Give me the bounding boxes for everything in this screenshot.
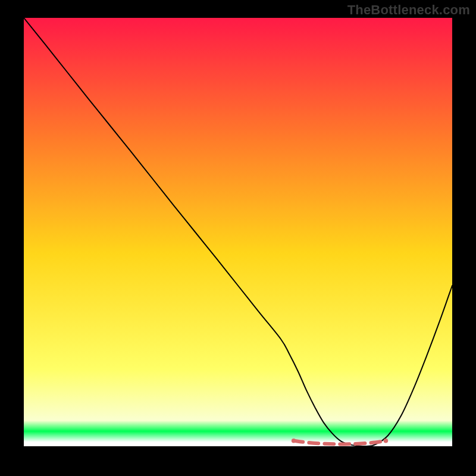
chart-svg <box>24 18 452 446</box>
chart-container: TheBottleneck.com <box>0 0 476 476</box>
series-optimal-band-marker-endcap <box>384 439 389 443</box>
watermark-text: TheBottleneck.com <box>347 2 470 18</box>
series-optimal-band-marker-endcap <box>292 439 296 443</box>
gradient-background <box>24 18 452 446</box>
plot-area <box>24 18 452 446</box>
